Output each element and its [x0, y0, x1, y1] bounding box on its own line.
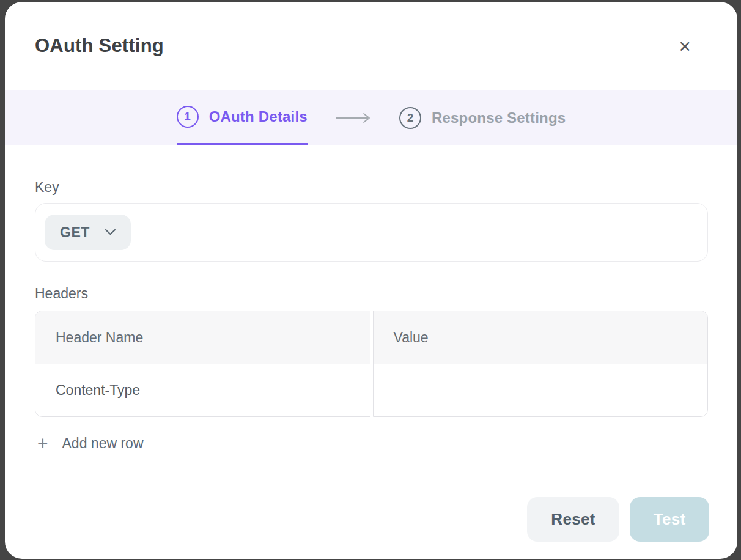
- column-header-name: Header Name: [35, 311, 370, 364]
- oauth-setting-modal: OAuth Setting × 1 OAuth Details 2 Respon…: [5, 2, 737, 559]
- step-2-number-badge: 2: [399, 107, 421, 129]
- add-new-row-button[interactable]: + Add new row: [35, 433, 146, 454]
- table-row-name-cell[interactable]: Content-Type: [35, 364, 370, 416]
- key-input[interactable]: [139, 214, 696, 251]
- step-oauth-details[interactable]: 1 OAuth Details: [177, 90, 308, 145]
- modal-content: Key GET Headers Header Name Content-Type…: [5, 145, 737, 497]
- plus-icon: +: [37, 434, 48, 452]
- step-1-label: OAuth Details: [209, 108, 308, 125]
- step-2-label: Response Settings: [432, 109, 566, 127]
- method-dropdown-value: GET: [60, 224, 90, 241]
- header-name-column: Header Name Content-Type: [35, 311, 370, 417]
- stepper: 1 OAuth Details 2 Response Settings: [5, 90, 737, 145]
- key-input-container: GET: [35, 203, 708, 262]
- headers-label: Headers: [35, 286, 708, 301]
- step-response-settings[interactable]: 2 Response Settings: [399, 90, 566, 145]
- reset-button[interactable]: Reset: [527, 497, 619, 542]
- modal-header: OAuth Setting ×: [5, 2, 737, 90]
- table-row-value-cell[interactable]: [374, 364, 708, 416]
- arrow-right-icon: [336, 90, 371, 145]
- value-column: Value: [373, 311, 709, 417]
- close-icon[interactable]: ×: [674, 33, 696, 59]
- column-header-value: Value: [374, 311, 708, 364]
- test-button[interactable]: Test: [630, 497, 709, 542]
- method-dropdown[interactable]: GET: [45, 215, 131, 250]
- page-title: OAuth Setting: [35, 35, 164, 57]
- add-new-row-label: Add new row: [62, 435, 144, 452]
- modal-footer: Reset Test: [5, 497, 737, 559]
- step-1-number-badge: 1: [177, 106, 199, 128]
- headers-table: Header Name Content-Type Value: [35, 311, 708, 417]
- chevron-down-icon: [105, 228, 116, 237]
- key-label: Key: [35, 179, 708, 195]
